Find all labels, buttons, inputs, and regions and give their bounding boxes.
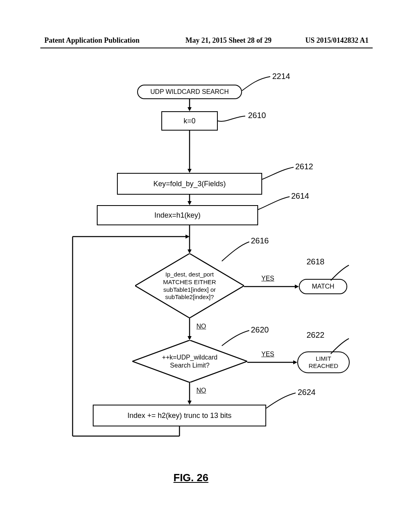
ref-2614: 2614 <box>291 191 309 201</box>
decision-matches: Ip_dest, dest_port MATCHES EITHER subTab… <box>135 254 244 318</box>
arrow-init-fold <box>188 131 196 173</box>
header-sheet: May 21, 2015 Sheet 28 of 29 <box>140 36 305 45</box>
svg-marker-13 <box>295 285 299 289</box>
yes2-label: YES <box>261 351 274 358</box>
arrow-rehash-exit <box>91 426 179 438</box>
arrow-d1-match <box>244 284 300 289</box>
yes1-label: YES <box>261 275 274 282</box>
header-rule <box>40 48 373 48</box>
rehash-box: Index += h2(key) trunc to 13 bits <box>93 405 266 426</box>
ref-2610: 2610 <box>248 111 266 120</box>
leader-2214 <box>242 77 274 93</box>
ref-2622: 2622 <box>307 330 325 340</box>
ref-2612: 2612 <box>295 162 313 171</box>
svg-marker-3 <box>188 169 192 173</box>
arrow-merge-d1 <box>188 237 196 254</box>
ref-2618: 2618 <box>307 257 325 266</box>
start-terminator: UDP WILDCARD SEARCH <box>137 85 242 99</box>
svg-marker-20 <box>188 401 192 405</box>
init-box: k=0 <box>161 111 218 131</box>
decision2-label: ++k=UDP_wildcard Search Limit? <box>132 353 247 370</box>
ref-2624: 2624 <box>298 388 316 397</box>
no2-label: NO <box>196 387 206 394</box>
limit-label: LIMIT REACHED <box>309 355 338 370</box>
arrow-fold-index <box>188 195 196 205</box>
arrow-d2-rehash <box>188 382 196 405</box>
start-label: UDP WILDCARD SEARCH <box>150 88 229 96</box>
svg-marker-5 <box>188 201 192 205</box>
leader-2610 <box>218 117 246 125</box>
header-row: Patent Application Publication May 21, 2… <box>44 36 369 45</box>
leader-2618 <box>331 265 351 281</box>
leader-2616 <box>222 242 250 262</box>
decision1-label: Ip_dest, dest_port MATCHES EITHER subTab… <box>135 271 244 301</box>
leader-2614 <box>258 197 290 211</box>
ref-2616: 2616 <box>251 236 269 245</box>
arrow-loopback-path <box>71 237 95 446</box>
fold-box: Key=fold_by_3(Fields) <box>117 173 262 195</box>
header-publication: Patent Application Publication <box>44 36 140 45</box>
match-label: MATCH <box>312 283 334 290</box>
svg-marker-18 <box>293 360 297 364</box>
svg-marker-1 <box>188 107 192 111</box>
no1-label: NO <box>196 323 206 330</box>
leader-2620 <box>222 330 250 347</box>
flowchart: UDP WILDCARD SEARCH 2214 k=0 2610 Key=fo… <box>24 73 387 496</box>
svg-marker-15 <box>188 336 192 340</box>
arrow-d2-limit <box>247 360 299 365</box>
svg-marker-10 <box>188 249 192 254</box>
index-box: Index=h1(key) <box>97 205 258 225</box>
arrow-d1-d2 <box>188 318 196 340</box>
init-label: k=0 <box>184 117 196 125</box>
header-patent-number: US 2015/0142832 A1 <box>305 36 369 45</box>
rehash-label: Index += h2(key) trunc to 13 bits <box>127 411 232 420</box>
arrow-start-init <box>188 99 196 111</box>
limit-terminator: LIMIT REACHED <box>297 351 350 373</box>
index-label: Index=h1(key) <box>154 211 201 220</box>
fold-label: Key=fold_by_3(Fields) <box>153 180 226 188</box>
figure-title: FIG. 26 <box>173 472 209 484</box>
leader-2622 <box>331 339 351 355</box>
ref-2214: 2214 <box>272 72 290 81</box>
ref-2620: 2620 <box>251 325 269 335</box>
leader-2624 <box>266 393 296 409</box>
leader-2612 <box>262 167 294 179</box>
